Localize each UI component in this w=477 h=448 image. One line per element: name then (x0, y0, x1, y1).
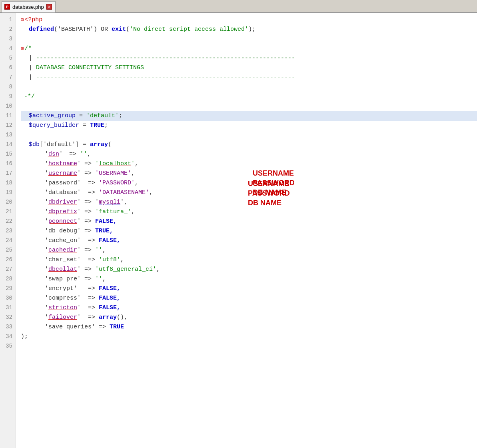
code-line-32: 'failover' => array(), (21, 313, 477, 322)
code-line-13 (21, 130, 477, 140)
code-line-9: -*/ (21, 92, 477, 102)
code-line-3 (21, 34, 477, 44)
code-line-15: 'dsn'=> '', (21, 150, 477, 159)
code-line-8 (21, 82, 477, 92)
code-line-11: $active_group = 'default'; (21, 111, 477, 121)
file-tab[interactable]: P database.php × (2, 1, 56, 12)
code-line-1: ⊟<?php (21, 15, 477, 25)
code-line-12: $query_builder = TRUE; (21, 121, 477, 130)
code-line-35 (21, 342, 477, 351)
code-line-17: 'username' => 'USERNAME', USERNAME (21, 169, 477, 178)
code-line-29: 'encrypt' => FALSE, (21, 284, 477, 294)
code-line-16: 'hostname' => 'localhost', (21, 159, 477, 169)
code-line-24: 'cache_on' => FALSE, (21, 236, 477, 246)
code-line-27: 'dbcollat' => 'utf8_general_ci', (21, 265, 477, 274)
code-line-14: $db['default'] = array( (21, 140, 477, 150)
code-line-5: | --------------------------------------… (21, 54, 477, 63)
line-numbers: 1 2 3 4 5 6 7 8 9 10 11 12 13 14 15 16 1… (0, 13, 16, 448)
code-line-10 (21, 102, 477, 111)
code-line-23: 'db_debug' => TRUE, (21, 226, 477, 236)
code-line-34: ); (21, 332, 477, 342)
code-line-2: defined('BASEPATH') OR exit('No direct s… (21, 25, 477, 34)
fold-icon-1: ⊟ (21, 16, 24, 24)
code-line-33: 'save_queries' => TRUE (21, 322, 477, 332)
code-line-4: ⊟/* (21, 44, 477, 54)
tab-label: database.php (12, 4, 44, 10)
tab-bar: P database.php × (0, 0, 477, 13)
tab-close-button[interactable]: × (46, 4, 52, 10)
code-line-6: | DATABASE CONNECTIVITY SETTINGS (21, 63, 477, 73)
code-area[interactable]: ⊟<?php defined('BASEPATH') OR exit('No d… (16, 13, 477, 448)
code-line-30: 'compress' => FALSE, (21, 294, 477, 303)
code-line-22: 'pconnect' => FALSE, (21, 217, 477, 226)
code-line-26: 'char_set' => 'utf8', (21, 255, 477, 265)
annotation-dbname-display: DB NAME (248, 198, 281, 209)
code-line-25: 'cachedir' => '', (21, 246, 477, 255)
code-line-28: 'swap_pre' => '', (21, 274, 477, 284)
editor-container: 1 2 3 4 5 6 7 8 9 10 11 12 13 14 15 16 1… (0, 13, 477, 448)
code-line-31: 'stricton' => FALSE, (21, 303, 477, 313)
fold-icon-4: ⊟ (21, 45, 24, 53)
php-file-icon: P (4, 4, 10, 10)
code-line-7: | --------------------------------------… (21, 73, 477, 82)
